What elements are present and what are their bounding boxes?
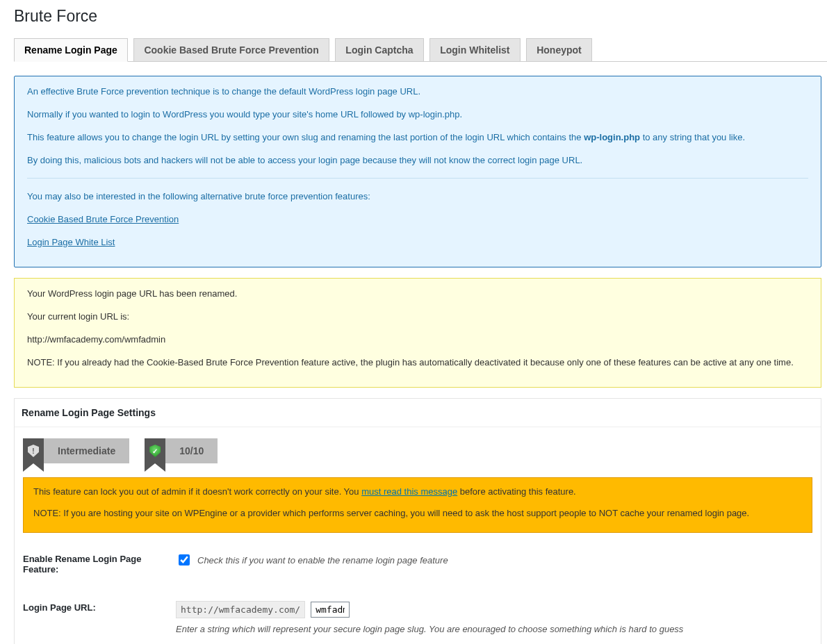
settings-panel: Rename Login Page Settings ! Intermediat… — [14, 398, 821, 644]
tab-bar: Rename Login Page Cookie Based Brute For… — [14, 38, 827, 62]
badge-level: ! Intermediate — [23, 438, 129, 463]
badge-score-label: 10/10 — [165, 438, 218, 463]
tab-rename-login[interactable]: Rename Login Page — [14, 38, 128, 62]
info-text: You may also be interested in the follow… — [27, 191, 808, 201]
badges-row: ! Intermediate ✓ 10/10 — [23, 438, 812, 463]
status-note: NOTE: If you already had the Cookie-Base… — [27, 357, 808, 368]
field-url-label: Login Page URL: — [23, 601, 176, 613]
url-prefix: http://wmfacademy.com/ — [176, 601, 305, 618]
status-box: Your WordPress login page URL has been r… — [14, 278, 821, 388]
field-enable-row: Enable Rename Login Page Feature: Check … — [23, 552, 812, 575]
status-url: http://wmfacademy.com/wmfadmin — [27, 334, 808, 345]
tab-login-whitelist[interactable]: Login Whitelist — [429, 38, 520, 62]
status-text: Your current login URL is: — [27, 311, 808, 322]
settings-panel-title: Rename Login Page Settings — [15, 399, 821, 427]
field-enable-desc: Check this if you want to enable the ren… — [197, 555, 448, 565]
info-text: An effective Brute Force prevention tech… — [27, 86, 808, 97]
shield-check-icon: ✓ — [145, 438, 165, 463]
badge-score: ✓ 10/10 — [145, 438, 218, 463]
status-text: Your WordPress login page URL has been r… — [27, 288, 808, 299]
link-cookie-brute-force[interactable]: Cookie Based Brute Force Prevention — [27, 214, 179, 224]
tab-login-captcha[interactable]: Login Captcha — [335, 38, 423, 62]
warning-box: This feature can lock you out of admin i… — [23, 477, 812, 533]
info-text: Normally if you wanted to login to WordP… — [27, 109, 808, 119]
tab-honeypot[interactable]: Honeypot — [526, 38, 592, 62]
field-url-desc: Enter a string which will represent your… — [176, 624, 683, 634]
page-title: Brute Force — [14, 7, 827, 26]
info-text: By doing this, malicious bots and hacker… — [27, 155, 808, 165]
link-must-read[interactable]: must read this message — [361, 486, 457, 497]
warning-text: This feature can lock you out of admin i… — [33, 486, 802, 497]
info-box: An effective Brute Force prevention tech… — [14, 76, 821, 267]
login-slug-input[interactable] — [311, 602, 350, 618]
info-text: This feature allows you to change the lo… — [27, 132, 808, 142]
warning-note: NOTE: If you are hosting your site on WP… — [33, 508, 802, 518]
shield-icon: ! — [23, 438, 44, 463]
enable-checkbox[interactable] — [179, 554, 190, 565]
tab-cookie-brute-force[interactable]: Cookie Based Brute Force Prevention — [133, 38, 329, 62]
field-url-row: Login Page URL: http://wmfacademy.com/ E… — [23, 601, 812, 634]
badge-level-label: Intermediate — [44, 438, 129, 463]
field-enable-label: Enable Rename Login Page Feature: — [23, 552, 176, 575]
link-login-whitelist[interactable]: Login Page White List — [27, 237, 115, 247]
